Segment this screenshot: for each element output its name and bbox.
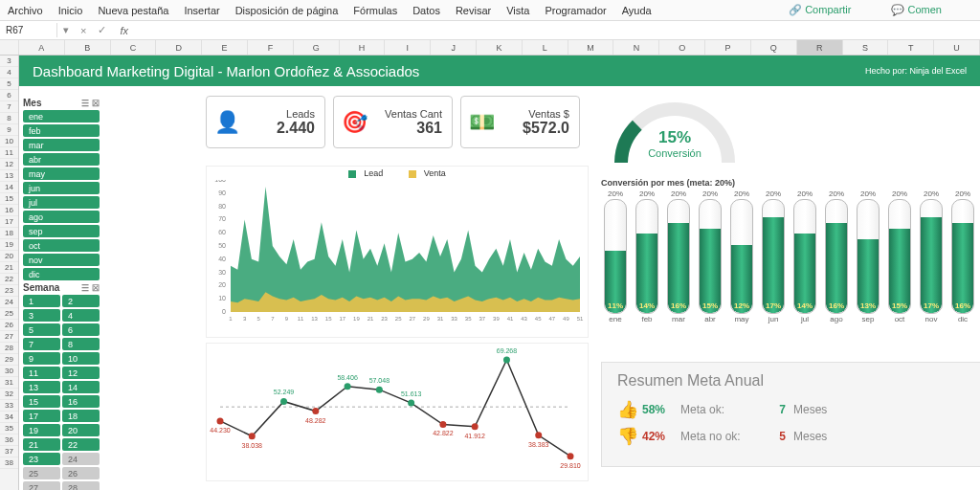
slicer-sem-15[interactable]: 15: [23, 395, 60, 408]
slicer-sem-13[interactable]: 13: [23, 381, 60, 393]
slicer-mes-oct[interactable]: oct: [23, 239, 100, 252]
row-25[interactable]: 25: [0, 308, 18, 320]
row-21[interactable]: 21: [0, 262, 18, 274]
slicer-sem-20[interactable]: 20: [62, 424, 100, 436]
slicer-sem-10[interactable]: 10: [62, 352, 100, 365]
row-12[interactable]: 12: [0, 159, 18, 170]
col-O[interactable]: O: [659, 40, 705, 55]
slicer-sem-26[interactable]: 26: [62, 467, 100, 479]
slicer-sem-3[interactable]: 3: [23, 309, 60, 322]
slicer-mes-may[interactable]: may: [23, 167, 100, 180]
menu-ayuda[interactable]: Ayuda: [622, 5, 652, 16]
menu-revisar[interactable]: Revisar: [456, 5, 491, 16]
row-29[interactable]: 29: [0, 354, 18, 366]
row-31[interactable]: 31: [0, 377, 18, 389]
slicer-mes-mar[interactable]: mar: [23, 139, 100, 151]
row-8[interactable]: 8: [0, 113, 18, 124]
filter-icon[interactable]: ☰ ☒: [81, 283, 100, 293]
slicer-sem-1[interactable]: 1: [23, 295, 60, 307]
slicer-sem-8[interactable]: 8: [62, 338, 100, 350]
slicer-mes-jun[interactable]: jun: [23, 182, 100, 194]
row-18[interactable]: 18: [0, 228, 18, 239]
row-5[interactable]: 5: [0, 78, 18, 90]
col-C[interactable]: C: [111, 40, 157, 55]
slicer-sem-9[interactable]: 9: [23, 352, 60, 365]
slicer-sem-25[interactable]: 25: [23, 467, 60, 479]
slicer-sem-7[interactable]: 7: [23, 338, 60, 350]
slicer-sem-21[interactable]: 21: [23, 438, 60, 451]
comment-button[interactable]: 💬 Comen: [891, 4, 957, 16]
slicer-mes-feb[interactable]: feb: [23, 124, 100, 137]
row-4[interactable]: 4: [0, 67, 18, 78]
row-23[interactable]: 23: [0, 285, 18, 297]
slicer-sem-27[interactable]: 27: [23, 481, 60, 490]
col-U[interactable]: U: [934, 40, 980, 55]
slicer-sem-28[interactable]: 28: [62, 481, 100, 490]
cell-reference[interactable]: R67: [0, 23, 57, 37]
row-15[interactable]: 15: [0, 193, 18, 205]
slicer-mes-jul[interactable]: jul: [23, 196, 100, 209]
slicer-sem-5[interactable]: 5: [23, 323, 60, 336]
slicer-sem-14[interactable]: 14: [62, 381, 100, 393]
row-20[interactable]: 20: [0, 251, 18, 262]
col-M[interactable]: M: [568, 40, 614, 55]
slicer-mes-abr[interactable]: abr: [23, 153, 100, 166]
slicer-sem-12[interactable]: 12: [62, 367, 100, 379]
row-6[interactable]: 6: [0, 90, 18, 101]
confirm-icon[interactable]: ✓: [92, 24, 112, 36]
col-P[interactable]: P: [705, 40, 751, 55]
slicer-mes-ago[interactable]: ago: [23, 211, 100, 223]
share-button[interactable]: 🔗 Compartir: [789, 4, 866, 16]
menu-programador[interactable]: Programador: [545, 5, 606, 16]
menu-insertar[interactable]: Insertar: [184, 5, 219, 16]
slicer-mes-dic[interactable]: dic: [23, 268, 100, 280]
row-22[interactable]: 22: [0, 274, 18, 285]
slicer-sem-24[interactable]: 24: [62, 453, 100, 465]
col-Q[interactable]: Q: [751, 40, 797, 55]
slicer-mes-nov[interactable]: nov: [23, 254, 100, 266]
row-30[interactable]: 30: [0, 366, 18, 377]
row-10[interactable]: 10: [0, 136, 18, 147]
col-D[interactable]: D: [156, 40, 202, 55]
col-T[interactable]: T: [888, 40, 934, 55]
dropdown-icon[interactable]: ▾: [57, 24, 75, 36]
col-A[interactable]: A: [19, 40, 65, 55]
slicer-semana[interactable]: Semana☰ ☒ 123456789101112131415161718192…: [23, 280, 100, 490]
col-J[interactable]: J: [431, 40, 477, 55]
col-B[interactable]: B: [65, 40, 111, 55]
menu-disposicion[interactable]: Disposición de página: [235, 5, 339, 16]
row-34[interactable]: 34: [0, 412, 18, 423]
row-36[interactable]: 36: [0, 434, 18, 446]
col-E[interactable]: E: [202, 40, 248, 55]
menu-vista[interactable]: Vista: [506, 5, 529, 16]
col-F[interactable]: F: [248, 40, 294, 55]
row-3[interactable]: 3: [0, 56, 18, 67]
row-33[interactable]: 33: [0, 400, 18, 412]
row-32[interactable]: 32: [0, 389, 18, 400]
col-S[interactable]: S: [843, 40, 889, 55]
slicer-sem-22[interactable]: 22: [62, 438, 100, 451]
slicer-mes[interactable]: Mes☰ ☒ enefebmarabrmayjunjulagosepoctnov…: [23, 96, 100, 280]
row-35[interactable]: 35: [0, 423, 18, 434]
menu-nueva[interactable]: Nueva pestaña: [98, 5, 168, 16]
slicer-sem-4[interactable]: 4: [62, 309, 100, 322]
row-17[interactable]: 17: [0, 216, 18, 228]
menu-datos[interactable]: Datos: [412, 5, 440, 16]
row-19[interactable]: 19: [0, 239, 18, 251]
slicer-mes-ene[interactable]: ene: [23, 110, 100, 122]
row-9[interactable]: 9: [0, 124, 18, 136]
row-24[interactable]: 24: [0, 297, 18, 308]
row-13[interactable]: 13: [0, 170, 18, 182]
slicer-sem-23[interactable]: 23: [23, 453, 60, 465]
slicer-sem-6[interactable]: 6: [62, 323, 100, 336]
row-37[interactable]: 37: [0, 446, 18, 457]
col-N[interactable]: N: [613, 40, 659, 55]
menu-formulas[interactable]: Fórmulas: [353, 5, 397, 16]
menu-inicio[interactable]: Inicio: [58, 5, 83, 16]
slicer-sem-19[interactable]: 19: [23, 424, 60, 436]
row-14[interactable]: 14: [0, 182, 18, 193]
filter-icon[interactable]: ☰ ☒: [81, 99, 100, 108]
col-K[interactable]: K: [477, 40, 523, 55]
row-26[interactable]: 26: [0, 320, 18, 331]
slicer-sem-17[interactable]: 17: [23, 410, 60, 422]
